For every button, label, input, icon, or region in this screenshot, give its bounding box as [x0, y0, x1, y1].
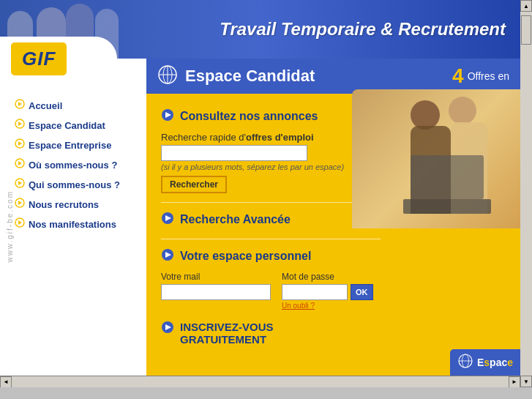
- nav-arrow-icon: [15, 99, 25, 112]
- sidebar-item-ou-sommes-nous[interactable]: Où sommes-nous ?: [15, 158, 146, 171]
- scroll-left-button[interactable]: ◄: [0, 376, 12, 388]
- nav-arrow-icon: [15, 198, 25, 211]
- inscrivez-line2: GRATUITEMENT: [180, 333, 274, 346]
- password-field-group: Mot de passe OK Un oubli ?: [282, 272, 373, 310]
- bottom-scrollbar: ◄ ►: [0, 376, 520, 387]
- offres-number: 4: [452, 64, 464, 88]
- nav-link-espace-candidat[interactable]: Espace Candidat: [29, 120, 105, 131]
- scroll-track-horizontal: [12, 376, 509, 388]
- offres-label: Offres en: [468, 70, 509, 82]
- nav-link-ou-sommes-nous[interactable]: Où sommes-nous ?: [29, 160, 117, 171]
- nav-arrow-icon: [15, 158, 25, 171]
- forgot-link[interactable]: Un oubli ?: [282, 302, 373, 310]
- svg-marker-13: [18, 220, 22, 225]
- nav-link-accueil[interactable]: Accueil: [29, 100, 62, 111]
- svg-marker-9: [18, 181, 22, 185]
- nav-arrow-icon: [15, 217, 25, 231]
- photo-people: [352, 89, 520, 228]
- ok-button[interactable]: OK: [351, 284, 373, 300]
- svg-marker-11: [18, 201, 22, 205]
- espace-candidat-title: Espace Candidat: [185, 67, 315, 86]
- section3-arrow-icon: [161, 248, 174, 264]
- svg-marker-1: [18, 102, 22, 106]
- sidebar-item-espace-entreprise[interactable]: Espace Entreprise: [15, 138, 146, 152]
- espace-candidat-bar: Espace Candidat 4 Offres en: [146, 59, 520, 94]
- page-title: Travail Temporaire & Recrutement: [220, 19, 506, 40]
- scroll-down-button[interactable]: ▼: [520, 376, 532, 387]
- sidebar-item-nous-recrutons[interactable]: Nous recrutons: [15, 198, 146, 211]
- svg-marker-5: [18, 141, 22, 146]
- section3-title: Votre espace personnel: [180, 250, 311, 263]
- logo: GIF: [11, 42, 67, 75]
- inscrivez-arrow-icon: [161, 321, 174, 337]
- divider2: [161, 239, 381, 239]
- inscrivez-section[interactable]: INSCRIVEZ-VOUS GRATUITEMENT: [161, 321, 506, 346]
- espace-globe-icon: [457, 353, 473, 372]
- svg-marker-3: [18, 122, 22, 126]
- main-content: Espace Candidat 4 Offres en: [146, 59, 520, 376]
- section3-header: Votre espace personnel: [161, 248, 506, 264]
- espace-bottom-label: Espace: [477, 357, 513, 368]
- svg-marker-7: [18, 161, 22, 165]
- sidebar: www.gif-be.com Accueil Espace Candidat: [0, 59, 146, 376]
- sidebar-watermark: www.gif-be.com: [6, 190, 14, 263]
- sidebar-item-espace-candidat[interactable]: Espace Candidat: [15, 119, 146, 132]
- sidebar-item-qui-sommes-nous[interactable]: Qui sommes-nous ?: [15, 178, 146, 191]
- nav-link-nos-manifestations[interactable]: Nos manifestations: [29, 219, 116, 230]
- scroll-up-button[interactable]: ▲: [520, 0, 532, 12]
- globe-icon: [157, 64, 178, 88]
- login-form: Votre mail Mot de passe OK Un oubli ?: [161, 272, 506, 310]
- password-label: Mot de passe: [282, 272, 373, 282]
- nav-link-espace-entreprise[interactable]: Espace Entreprise: [29, 140, 111, 151]
- nav-link-nous-recrutons[interactable]: Nous recrutons: [29, 199, 99, 210]
- offres-counter: 4 Offres en: [452, 64, 509, 88]
- section2-arrow-icon: [161, 212, 174, 228]
- sidebar-item-accueil[interactable]: Accueil: [15, 99, 146, 112]
- espace-bottom-badge: Espace: [450, 349, 520, 376]
- search-input[interactable]: [161, 145, 307, 161]
- section1-title: Consultez nos annonces: [180, 110, 318, 123]
- nav-arrow-icon: [15, 119, 25, 132]
- inscrivez-line1: INSCRIVEZ-VOUS: [180, 321, 274, 333]
- sidebar-item-nos-manifestations[interactable]: Nos manifestations: [15, 217, 146, 231]
- nav-arrow-icon: [15, 178, 25, 191]
- section2-title: Recherche Avancée: [180, 213, 291, 226]
- scroll-thumb[interactable]: [521, 15, 531, 45]
- mail-input[interactable]: [161, 284, 271, 300]
- search-button[interactable]: Rechercher: [161, 176, 227, 193]
- nav-link-qui-sommes-nous[interactable]: Qui sommes-nous ?: [29, 179, 120, 190]
- divider1: [161, 202, 381, 203]
- section1-arrow-icon: [161, 108, 174, 124]
- password-input[interactable]: [282, 284, 348, 300]
- nav-arrow-icon: [15, 138, 25, 152]
- mail-field-group: Votre mail: [161, 272, 271, 300]
- scroll-right-button[interactable]: ►: [509, 376, 520, 388]
- mail-label: Votre mail: [161, 272, 271, 282]
